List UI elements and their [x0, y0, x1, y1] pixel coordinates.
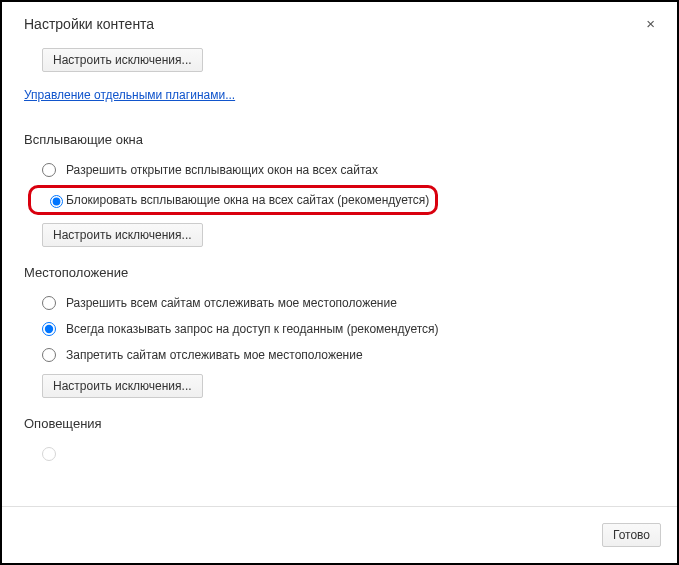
- location-deny-label[interactable]: Запретить сайтам отслеживать мое местопо…: [66, 348, 363, 362]
- dialog-content: Настроить исключения... Управление отдел…: [2, 42, 677, 506]
- location-ask-label[interactable]: Всегда показывать запрос на доступ к гео…: [66, 322, 439, 336]
- popups-block-row[interactable]: Блокировать всплывающие окна на всех сай…: [28, 185, 438, 215]
- plugins-exceptions-button[interactable]: Настроить исключения...: [42, 48, 203, 72]
- dialog-footer: Готово: [2, 506, 677, 563]
- notifications-first-row[interactable]: [24, 441, 677, 467]
- location-deny-radio[interactable]: [42, 348, 56, 362]
- popups-exceptions-button[interactable]: Настроить исключения...: [42, 223, 203, 247]
- location-allow-label[interactable]: Разрешить всем сайтам отслеживать мое ме…: [66, 296, 397, 310]
- location-exceptions-button[interactable]: Настроить исключения...: [42, 374, 203, 398]
- dialog-header: Настройки контента ×: [2, 2, 677, 42]
- location-allow-radio[interactable]: [42, 296, 56, 310]
- manage-plugins-link[interactable]: Управление отдельными плагинами...: [24, 88, 235, 102]
- location-allow-row[interactable]: Разрешить всем сайтам отслеживать мое ме…: [24, 290, 677, 316]
- popups-allow-row[interactable]: Разрешить открытие всплывающих окон на в…: [24, 157, 677, 183]
- scroll-spacer: [24, 467, 677, 506]
- done-button[interactable]: Готово: [602, 523, 661, 547]
- location-section-title: Местоположение: [24, 265, 677, 280]
- popups-section-title: Всплывающие окна: [24, 132, 677, 147]
- close-icon[interactable]: ×: [642, 16, 659, 31]
- notifications-radio[interactable]: [42, 447, 56, 461]
- content-settings-dialog: Настройки контента × Настроить исключени…: [0, 0, 679, 565]
- popups-allow-radio[interactable]: [42, 163, 56, 177]
- location-deny-row[interactable]: Запретить сайтам отслеживать мое местопо…: [24, 342, 677, 368]
- popups-block-label[interactable]: Блокировать всплывающие окна на всех сай…: [66, 193, 429, 207]
- notifications-section-title: Оповещения: [24, 416, 677, 431]
- popups-allow-label[interactable]: Разрешить открытие всплывающих окон на в…: [66, 163, 378, 177]
- location-ask-row[interactable]: Всегда показывать запрос на доступ к гео…: [24, 316, 677, 342]
- dialog-title: Настройки контента: [24, 16, 154, 32]
- popups-block-radio[interactable]: [50, 195, 63, 208]
- location-ask-radio[interactable]: [42, 322, 56, 336]
